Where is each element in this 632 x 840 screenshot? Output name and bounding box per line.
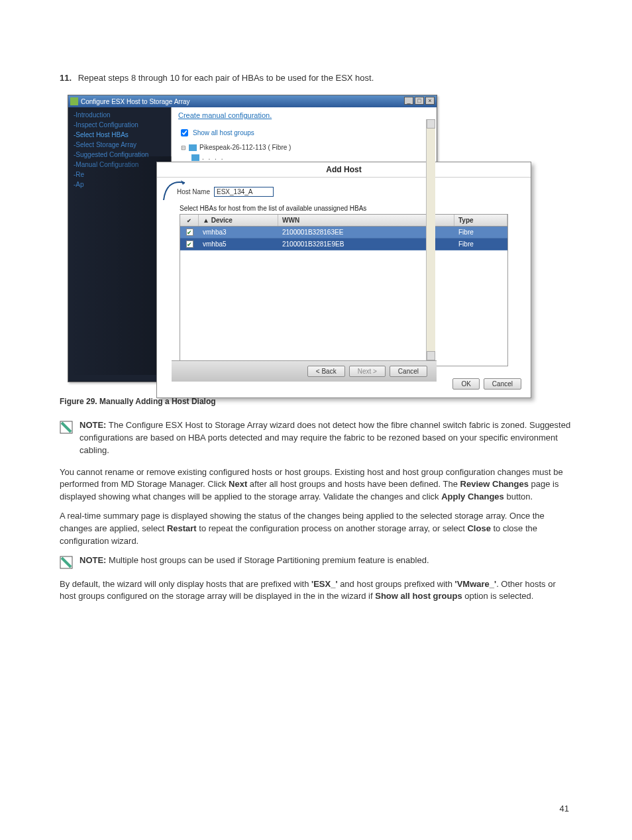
page-number: 41	[560, 804, 569, 814]
note-block: NOTE: The Configure ESX Host to Storage …	[60, 419, 572, 457]
cancel-button[interactable]: Cancel	[484, 378, 521, 390]
wizard-window: Configure ESX Host to Storage Array _ □ …	[68, 95, 437, 382]
show-all-label: Show all host groups	[193, 129, 254, 136]
close-icon[interactable]: ×	[425, 97, 435, 105]
col-type-header[interactable]: Type	[454, 215, 507, 226]
footer-cancel-button[interactable]: Cancel	[390, 366, 427, 377]
table-row[interactable]: ✔ vmhba3 2100001B328163EE Fibre	[180, 227, 507, 238]
nav-intro[interactable]: -Introduction	[74, 111, 166, 119]
add-host-title: Add Host	[157, 162, 531, 178]
titlebar: Configure ESX Host to Storage Array _ □ …	[68, 95, 437, 107]
ok-button[interactable]: OK	[452, 378, 479, 390]
back-button[interactable]: < Back	[307, 366, 345, 377]
note-text: Multiple host groups can be used if Stor…	[106, 555, 429, 565]
step-text: Repeat steps 8 through 10 for each pair …	[78, 73, 374, 83]
scroll-down-icon[interactable]	[427, 351, 435, 360]
scrollbar[interactable]	[426, 119, 435, 360]
body-paragraph: You cannot rename or remove existing con…	[60, 466, 572, 504]
scroll-up-icon[interactable]	[427, 119, 435, 129]
col-device-header[interactable]: ▲ Device	[199, 215, 278, 226]
nav-select-array[interactable]: -Select Storage Array	[74, 141, 166, 148]
hostgroup-name[interactable]: Pikespeak-26-112-113 ( Fibre )	[199, 144, 291, 151]
wizard-nav: -Introduction -Inspect Configuration -Se…	[68, 107, 171, 382]
create-manual-link[interactable]: Create manual configuration.	[178, 111, 430, 119]
minimize-icon[interactable]: _	[404, 97, 413, 105]
host-name-input[interactable]	[214, 187, 274, 197]
maximize-icon[interactable]: □	[415, 97, 424, 105]
body-paragraph: By default, the wizard will only display…	[60, 578, 572, 604]
body-paragraph: A real-time summary page is displayed sh…	[60, 510, 572, 548]
note-icon	[60, 556, 73, 569]
tree-collapse-icon[interactable]: ⊟	[181, 144, 186, 151]
nav-manual[interactable]: -Manual Configuration	[74, 161, 166, 168]
row-checkbox[interactable]: ✔	[186, 240, 193, 248]
nav-inspect[interactable]: -Inspect Configuration	[74, 121, 166, 129]
hba-table: ✔ ▲ Device WWN Type ✔ vmhba3	[180, 214, 508, 366]
note-block: NOTE: Multiple host groups can be used i…	[60, 554, 572, 569]
select-hbas-label: Select HBAs for host from the list of av…	[180, 205, 524, 212]
cell-device: vmhba3	[199, 227, 278, 238]
sort-icon: ▲	[203, 217, 209, 224]
note-text: The Configure ESX Host to Storage Array …	[79, 420, 570, 455]
wizard-footer: < Back Next > Cancel	[172, 360, 437, 382]
host-icon	[191, 154, 199, 161]
cell-type: Fibre	[454, 238, 507, 250]
nav-suggested[interactable]: -Suggested Configuration	[74, 151, 166, 158]
next-button[interactable]: Next >	[349, 366, 386, 377]
window-title: Configure ESX Host to Storage Array	[81, 98, 190, 105]
note-label: NOTE:	[79, 555, 106, 565]
col-check-header[interactable]: ✔	[180, 215, 199, 226]
hostgroup-icon	[189, 144, 197, 151]
step-line: 11. Repeat steps 8 through 10 for each p…	[60, 73, 572, 83]
row-checkbox[interactable]: ✔	[186, 229, 193, 236]
nav-select-hbas[interactable]: -Select Host HBAs	[74, 131, 166, 138]
nav-ap[interactable]: -Ap	[74, 181, 166, 188]
tree-more: . . . .	[202, 154, 224, 161]
figure-caption: Figure 29. Manually Adding a Host Dialog	[60, 397, 572, 406]
app-icon	[70, 97, 78, 105]
cell-type: Fibre	[454, 227, 507, 238]
callout-arrow-icon	[161, 174, 190, 203]
step-number: 11.	[60, 73, 72, 83]
table-row[interactable]: ✔ vmhba5 2100001B3281E9EB Fibre	[180, 238, 507, 250]
cell-device: vmhba5	[199, 238, 278, 250]
note-icon	[60, 421, 73, 434]
wizard-content: Create manual configuration. Show all ho…	[171, 107, 437, 382]
note-label: NOTE:	[79, 420, 106, 430]
nav-re[interactable]: -Re	[74, 171, 166, 178]
show-all-checkbox[interactable]	[181, 129, 188, 136]
